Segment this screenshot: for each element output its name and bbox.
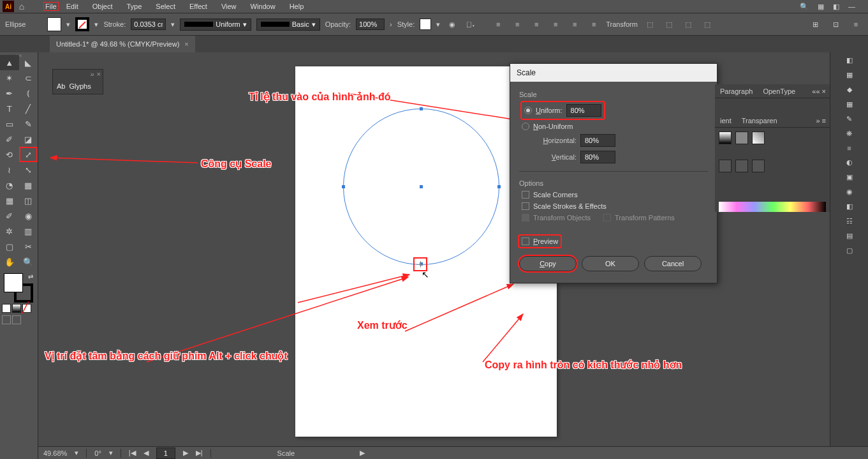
dialog-title-bar[interactable]: Scale — [510, 64, 717, 82]
close-panel-icon[interactable]: × — [97, 70, 101, 78]
eyedropper-tool[interactable]: ✐ — [0, 208, 19, 223]
anchor-left[interactable] — [342, 185, 345, 188]
menu-type[interactable]: Type — [121, 1, 149, 12]
perspective-tool[interactable]: ▦ — [19, 177, 38, 193]
recolor-icon[interactable]: ◉ — [445, 17, 459, 31]
fill-stroke-indicator[interactable]: ⇄ — [4, 273, 33, 303]
align-left-icon[interactable]: ≡ — [491, 17, 505, 31]
menu-effect[interactable]: Effect — [183, 1, 214, 12]
shape-icon1[interactable]: ⬚ — [643, 17, 657, 31]
lasso-tool[interactable]: ⊂ — [19, 70, 38, 86]
zoom-tool[interactable]: 🔍 — [19, 254, 38, 269]
stroke-profile[interactable]: Uniform▾ — [180, 19, 251, 31]
home-icon[interactable]: ⌂ — [15, 0, 28, 13]
shape-icon4[interactable]: ⬚ — [700, 17, 714, 31]
play-icon[interactable]: ▶ — [360, 449, 365, 457]
eraser-tool[interactable]: ◪ — [19, 132, 38, 147]
stroke-panel-icon[interactable]: ≡ — [847, 144, 851, 152]
color-icon[interactable]: ◆ — [847, 86, 852, 94]
symbols-icon[interactable]: ❋ — [846, 130, 852, 138]
shaper-tool[interactable]: ✐ — [0, 132, 19, 147]
document-tab[interactable]: Untitled-1* @ 49.68 % (CMYK/Preview) × — [50, 36, 195, 52]
properties-icon[interactable]: ◧ — [846, 56, 853, 64]
panel-tabs-2[interactable]: ientTransparen» ≡ — [715, 114, 830, 128]
align-mid-icon[interactable]: ≡ — [568, 17, 582, 31]
color-mode-row[interactable]: ╱ — [2, 304, 38, 313]
screen-mode-row[interactable] — [2, 315, 38, 324]
stroke-swatch[interactable] — [75, 17, 89, 31]
rotate-view[interactable]: 0° — [94, 449, 101, 457]
shape-icon2[interactable]: ⬚ — [662, 17, 676, 31]
align-center-icon[interactable]: ≡ — [510, 17, 524, 31]
asset-icon[interactable]: ▤ — [846, 232, 853, 240]
min-icon[interactable]: — — [848, 3, 855, 11]
menu-view[interactable]: View — [215, 1, 243, 12]
ok-button[interactable]: OK — [582, 256, 639, 271]
align-top-icon[interactable]: ≡ — [548, 17, 563, 31]
copy-button[interactable]: Copy — [519, 256, 577, 271]
free-transform-tool[interactable]: ⤡ — [19, 162, 38, 177]
magic-wand-tool[interactable]: ✶ — [0, 70, 19, 86]
mesh-tool[interactable]: ▦ — [0, 193, 19, 208]
swatch-panel-body[interactable] — [715, 128, 830, 148]
pen-tool[interactable]: ✒ — [0, 86, 19, 101]
brushes-icon[interactable]: ✎ — [846, 115, 852, 123]
color-spectrum[interactable] — [719, 202, 826, 212]
brush-tool[interactable]: ✎ — [19, 116, 38, 132]
anchor-right[interactable] — [497, 185, 501, 188]
curvature-tool[interactable]: ⦅ — [19, 86, 38, 101]
vertical-input[interactable] — [580, 151, 615, 163]
shape-builder-tool[interactable]: ◔ — [0, 177, 19, 193]
search-icon[interactable]: 🔍 — [800, 3, 809, 11]
anchor-top[interactable] — [420, 107, 423, 110]
artboard-nav-next[interactable]: ▶ — [183, 449, 188, 457]
transparency-icon[interactable]: ▣ — [846, 173, 853, 181]
align-bot-icon[interactable]: ≡ — [587, 17, 601, 31]
menu-file[interactable]: File — [43, 2, 59, 11]
scale-corners-checkbox[interactable] — [522, 191, 529, 199]
brush-def[interactable]: Basic▾ — [256, 19, 320, 31]
scale-strokes-checkbox[interactable] — [522, 202, 529, 210]
menu-edit[interactable]: Edit — [60, 1, 85, 12]
shape-icon3[interactable]: ⬚ — [681, 17, 695, 31]
anchor-center[interactable] — [420, 185, 423, 188]
libraries-icon[interactable]: ▦ — [846, 71, 853, 79]
width-tool[interactable]: ≀ — [0, 162, 19, 177]
type-tool[interactable]: T — [0, 101, 19, 116]
blend-tool[interactable]: ◉ — [19, 208, 38, 223]
align-right-icon[interactable]: ≡ — [529, 17, 543, 31]
slice-tool[interactable]: ✂ — [19, 239, 38, 254]
hand-tool[interactable]: ✋ — [0, 254, 19, 269]
collapse-icon[interactable]: » — [90, 70, 94, 78]
graphic-styles-icon[interactable]: ◧ — [846, 202, 853, 211]
snap-icon[interactable]: ⊡ — [828, 17, 842, 31]
menu-select[interactable]: Select — [149, 1, 182, 12]
gradient-panel-icon[interactable]: ◐ — [846, 158, 853, 167]
pref-icon[interactable]: ≡ — [849, 17, 863, 31]
transform-label[interactable]: Transform — [606, 20, 638, 28]
cancel-button[interactable]: Cancel — [644, 256, 702, 271]
opacity-input[interactable] — [356, 19, 385, 30]
artboard-tool[interactable]: ▢ — [0, 239, 19, 254]
line-tool[interactable]: ╱ — [19, 101, 38, 116]
menu-help[interactable]: Help — [283, 1, 311, 12]
appearance-icon[interactable]: ◉ — [846, 188, 853, 196]
artboards-icon[interactable]: ▢ — [846, 246, 853, 255]
stroke-weight-input[interactable] — [131, 19, 166, 30]
glyphs-panel[interactable]: »× AbGlyphs — [52, 69, 103, 94]
workspace-icon[interactable]: ◧ — [833, 3, 839, 11]
menu-object[interactable]: Object — [86, 1, 119, 12]
rotate-tool[interactable]: ⟲ — [0, 147, 19, 162]
fill-swatch[interactable] — [47, 17, 61, 31]
menu-window[interactable]: Window — [244, 1, 282, 12]
rectangle-tool[interactable]: ▭ — [0, 116, 19, 132]
style-swatch[interactable] — [420, 19, 431, 30]
symbol-spray-tool[interactable]: ✲ — [0, 223, 19, 239]
panel-tabs-1[interactable]: ParagraphOpenType«« × — [715, 84, 830, 98]
zoom-level[interactable]: 49.68% — [43, 449, 67, 457]
nonuniform-radio[interactable] — [522, 123, 529, 130]
artboard-nav-last[interactable]: ▶| — [196, 449, 203, 457]
close-icon[interactable]: × — [184, 40, 188, 48]
grid-icon[interactable]: ⊞ — [808, 17, 822, 31]
uniform-input[interactable] — [566, 104, 601, 117]
